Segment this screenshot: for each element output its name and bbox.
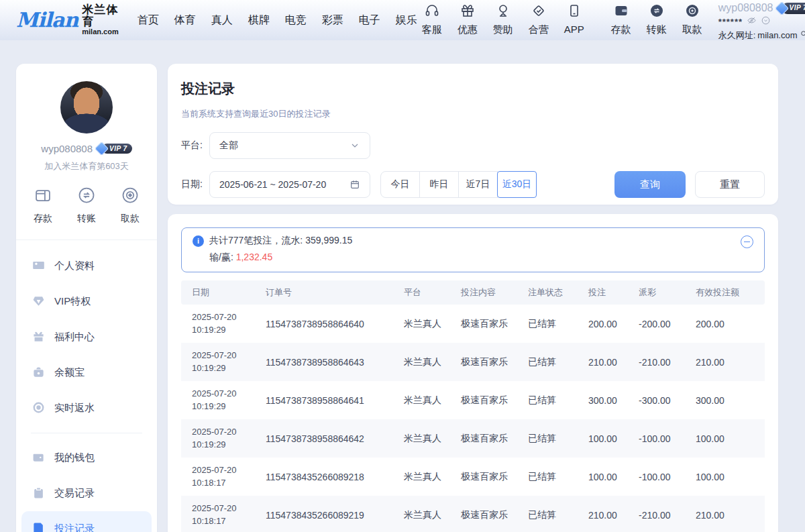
transfer-icon	[77, 186, 96, 207]
range-30days-button[interactable]: 近30日	[497, 171, 537, 198]
logo-domain-text: milan.com	[82, 28, 118, 36]
gift-icon	[460, 3, 476, 21]
cell-status: 已结算	[528, 419, 588, 458]
range-7days-button[interactable]: 近7日	[458, 171, 498, 198]
cell-valid-amount: 100.00	[696, 458, 765, 496]
cell-platform: 米兰真人	[404, 381, 461, 419]
summary-totals-text: 共计777笔投注，流水: 359,999.15	[209, 235, 352, 247]
header-withdraw[interactable]: 取款	[678, 0, 707, 36]
cell-order-no: 1154738738958864640	[266, 305, 404, 343]
top-bar: Milan 米兰体育 milan.com 首页 体育 真人 棋牌 电竞 彩票 电…	[0, 0, 805, 40]
info-icon: i	[193, 235, 204, 247]
cell-bet-content: 极速百家乐	[461, 458, 528, 496]
eye-off-icon[interactable]	[747, 15, 757, 29]
sidebar-item-label: 余额宝	[54, 366, 85, 379]
service-app[interactable]: APP	[559, 0, 589, 35]
cell-bet-amount: 300.00	[588, 381, 639, 419]
header-transfer[interactable]: 转账	[642, 0, 672, 36]
sidebar-item-profile[interactable]: 个人资料	[21, 248, 152, 284]
calendar-icon	[350, 179, 360, 190]
table-row[interactable]: 2025-07-20 10:19:29 1154738738958864640 …	[181, 305, 765, 343]
winloss-value: 1,232.45	[236, 252, 273, 262]
sidebar-item-rebate[interactable]: 实时返水	[21, 390, 152, 426]
table-row[interactable]: 2025-07-20 10:18:17 1154738435266089219 …	[181, 496, 765, 532]
headset-icon	[424, 3, 440, 21]
cell-valid-amount: 210.00	[696, 496, 765, 532]
service-promotions[interactable]: 优惠	[453, 0, 482, 36]
header-deposit-label: 存款	[611, 23, 631, 36]
site-logo[interactable]: Milan 米兰体育 milan.com	[16, 4, 119, 36]
sidebar-item-label: VIP特权	[54, 295, 91, 308]
sidebar-item-yuebao[interactable]: 余额宝	[21, 355, 152, 390]
platform-select[interactable]: 全部	[209, 132, 370, 159]
nav-item-slots[interactable]: 电子	[359, 13, 380, 28]
sidebar-item-bet-records[interactable]: 投注记录	[21, 511, 152, 532]
service-partnership[interactable]: 合营	[524, 0, 553, 36]
nav-item-esports[interactable]: 电竞	[285, 13, 307, 28]
reset-button[interactable]: 重置	[695, 171, 765, 198]
bet-records-table: 日期 订单号 平台 投注内容 注单状态 投注 派彩 有效投注额 2025-07-…	[181, 280, 765, 532]
sidebar-item-vip[interactable]: VIP特权	[21, 284, 152, 319]
nav-item-home[interactable]: 首页	[138, 13, 159, 28]
quick-transfer-button[interactable]: 转账	[77, 186, 96, 225]
cell-date: 2025-07-20 10:19:29	[181, 305, 266, 343]
cell-status: 已结算	[528, 305, 588, 343]
cell-order-no: 1154738435266089219	[266, 496, 404, 532]
chevron-circle-icon[interactable]	[761, 15, 771, 29]
cell-payout: -210.00	[639, 343, 696, 381]
table-row[interactable]: 2025-07-20 10:19:29 1154738738958864643 …	[181, 343, 765, 381]
table-row[interactable]: 2025-07-20 10:19:29 1154738738958864642 …	[181, 419, 765, 458]
cell-date: 2025-07-20 10:18:17	[181, 496, 266, 532]
service-app-label: APP	[564, 23, 584, 35]
header-transfer-label: 转账	[647, 23, 667, 36]
col-payout: 派彩	[639, 280, 696, 305]
quick-deposit-button[interactable]: 存款	[34, 186, 52, 225]
bet-records-icon	[32, 522, 45, 532]
table-row[interactable]: 2025-07-20 10:19:29 1154738738958864641 …	[181, 381, 765, 419]
query-button[interactable]: 查询	[614, 171, 686, 198]
sidebar-item-label: 投注记录	[54, 523, 95, 532]
cell-bet-amount: 200.00	[588, 305, 639, 343]
quick-withdraw-button[interactable]: 取款	[121, 186, 140, 225]
nav-item-sports[interactable]: 体育	[174, 13, 196, 28]
date-range-input[interactable]: 2025-06-21 ~ 2025-07-20	[209, 171, 370, 198]
cell-order-no: 1154738738958864641	[266, 381, 404, 419]
sidebar-menu: 个人资料 VIP特权 福利中心 余额宝 实时返水 我的钱包	[16, 240, 157, 532]
service-support-label: 客服	[422, 23, 442, 36]
service-support[interactable]: 客服	[417, 0, 447, 36]
cell-platform: 米兰真人	[404, 496, 461, 532]
my-wallet-icon	[32, 451, 45, 466]
withdraw-icon	[684, 3, 700, 21]
quick-transfer-label: 转账	[77, 213, 96, 225]
platform-selected-value: 全部	[219, 140, 238, 152]
nav-item-entertainment[interactable]: 娱乐	[396, 13, 417, 28]
nav-item-live-casino[interactable]: 真人	[211, 13, 233, 28]
sidebar-item-label: 福利中心	[54, 331, 95, 343]
col-bet-content: 投注内容	[461, 280, 528, 305]
col-status: 注单状态	[528, 280, 588, 305]
service-promotions-label: 优惠	[458, 23, 478, 36]
service-sponsor[interactable]: 赞助	[488, 0, 518, 36]
range-today-button[interactable]: 今日	[380, 171, 420, 198]
sidebar-avatar[interactable]	[60, 81, 113, 134]
sidebar-username: wyp080808	[41, 143, 93, 154]
welfare-icon	[32, 330, 45, 345]
sidebar-item-welfare[interactable]: 福利中心	[21, 319, 152, 355]
quick-deposit-label: 存款	[34, 213, 52, 225]
bet-table-body: 2025-07-20 10:19:29 1154738738958864640 …	[181, 305, 765, 532]
header-deposit[interactable]: 存款	[606, 0, 636, 36]
sidebar-item-transactions[interactable]: 交易记录	[21, 476, 152, 511]
quick-withdraw-label: 取款	[121, 213, 140, 225]
cell-payout: -300.00	[639, 381, 696, 419]
cell-status: 已结算	[528, 496, 588, 532]
sidebar-item-wallet[interactable]: 我的钱包	[21, 440, 152, 476]
nav-item-lottery[interactable]: 彩票	[322, 13, 343, 28]
nav-item-chess[interactable]: 棋牌	[248, 13, 270, 28]
summary-bar: i 共计777笔投注，流水: 359,999.15 输/赢: 1,232.45	[181, 227, 765, 272]
sidebar-item-label: 实时返水	[54, 402, 95, 415]
cell-date: 2025-07-20 10:19:29	[181, 343, 266, 381]
search-icon[interactable]	[800, 30, 805, 41]
table-row[interactable]: 2025-07-20 10:18:17 1154738435266089218 …	[181, 458, 765, 496]
collapse-icon[interactable]	[741, 235, 753, 248]
range-yesterday-button[interactable]: 昨日	[419, 171, 459, 198]
